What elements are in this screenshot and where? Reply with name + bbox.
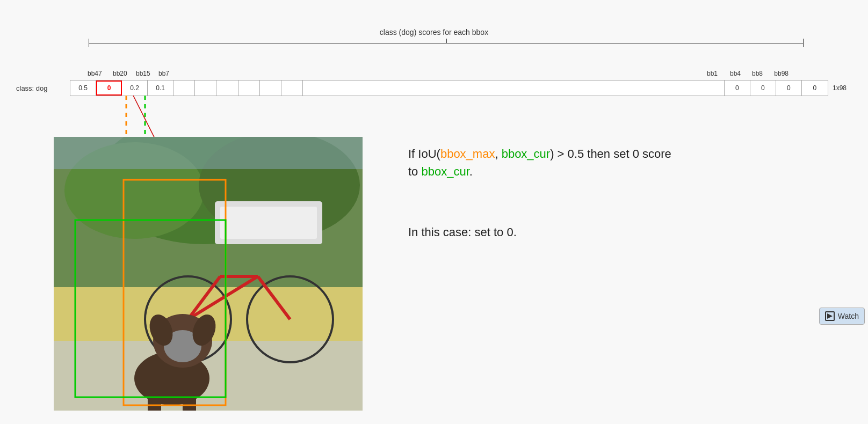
bracket-tick-left xyxy=(89,39,89,47)
score-bar: 0.5 0 0.2 0.1 0 0 0 0 xyxy=(70,80,828,96)
class-label: class: dog xyxy=(16,84,64,92)
watch-icon xyxy=(825,311,835,321)
score-cell-empty-1 xyxy=(173,81,195,96)
svg-rect-8 xyxy=(54,137,363,169)
score-cell-empty-6 xyxy=(281,81,303,96)
score-row: class: dog 0.5 0 0.2 0.1 0 0 0 0 1x98 xyxy=(16,79,847,97)
annotation-line1-mid: , xyxy=(495,147,501,160)
bb-header-bb1: bb1 xyxy=(707,70,718,77)
bb-header-bb8: bb8 xyxy=(752,70,763,77)
bracket-tick-right xyxy=(803,39,804,47)
bb-header-bb98: bb98 xyxy=(774,70,789,77)
score-cell-empty-5 xyxy=(260,81,281,96)
watch-label: Watch xyxy=(838,312,859,320)
svg-marker-28 xyxy=(827,313,833,319)
score-cell-end-1: 0 xyxy=(725,81,750,96)
annotation-sub: In this case: set to 0. xyxy=(408,225,517,239)
dog-image xyxy=(54,137,363,411)
annotation-line2-post: . xyxy=(469,165,473,178)
bb-header-bb7: bb7 xyxy=(158,70,169,77)
bracket-line xyxy=(89,43,804,43)
annotation-line1-post: ) > 0.5 then set 0 score xyxy=(550,147,671,160)
watch-button[interactable]: Watch xyxy=(819,308,865,325)
score-cell-0-highlighted: 0 xyxy=(96,81,122,96)
score-cell-empty-wide xyxy=(303,81,725,96)
annotation-line2-pre: to xyxy=(408,165,421,178)
bb-header-bb47: bb47 xyxy=(88,70,102,77)
size-label: 1x98 xyxy=(833,84,847,92)
scene-svg xyxy=(54,137,363,411)
bb-header-bb4: bb4 xyxy=(730,70,741,77)
annotation-bbox-cur-2: bbox_cur xyxy=(421,165,469,178)
score-cell-end-3: 0 xyxy=(776,81,802,96)
annotation-text: If IoU(bbox_max, bbox_cur) > 0.5 then se… xyxy=(408,145,671,180)
main-container: class (dog) scores for each bbox bb47 bb… xyxy=(0,0,868,424)
score-cell-0-5: 0.5 xyxy=(70,81,96,96)
score-cell-end-4: 0 xyxy=(802,81,828,96)
annotation-bbox-cur-1: bbox_cur xyxy=(502,147,551,160)
annotation-line1-pre: If IoU( xyxy=(408,147,440,160)
bracket xyxy=(89,39,804,52)
chart-title: class (dog) scores for each bbox xyxy=(380,28,488,36)
bracket-tick-center xyxy=(446,39,447,43)
score-cell-end-2: 0 xyxy=(750,81,776,96)
bb-header-bb20: bb20 xyxy=(113,70,127,77)
svg-rect-10 xyxy=(220,207,317,239)
score-cell-0-2: 0.2 xyxy=(122,81,148,96)
score-cell-empty-4 xyxy=(238,81,260,96)
score-cell-empty-2 xyxy=(195,81,216,96)
bb-header-bb15: bb15 xyxy=(136,70,150,77)
score-cell-empty-3 xyxy=(216,81,238,96)
score-cell-0-1: 0.1 xyxy=(148,81,173,96)
annotation-bbox-max: bbox_max xyxy=(440,147,495,160)
